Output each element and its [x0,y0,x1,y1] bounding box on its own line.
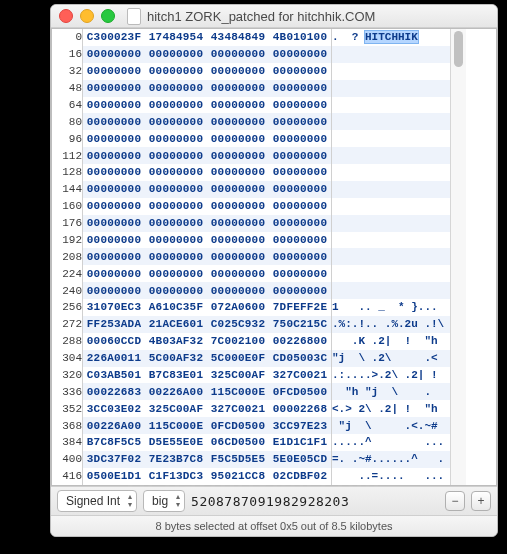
hex-cell[interactable]: 7DFEFF2E [269,299,332,316]
hex-cell[interactable]: 00000000 [83,282,146,299]
hex-cell[interactable]: 31070EC3 [83,299,146,316]
hex-cell[interactable]: 7E23B7C8 [145,451,207,468]
table-row[interactable]: 24000000000000000000000000000000000 [52,282,450,299]
hex-cell[interactable]: B7C83E01 [145,367,207,384]
ascii-cell[interactable] [332,232,451,249]
selection-highlight[interactable]: HITCHHIK [365,31,418,43]
table-row[interactable]: 1600000000000000000000000000000000 [52,46,450,63]
hex-cell[interactable]: 0FCD0500 [269,383,332,400]
table-row[interactable]: 4003DC37F027E23B7C8F5C5D5E55E0E05CD=. .~… [52,451,450,468]
hex-cell[interactable]: 4B010100 [269,29,332,46]
ascii-cell[interactable]: "h "j \ . [332,383,451,400]
hex-cell[interactable]: A610C35F [145,299,207,316]
hex-cell[interactable]: 325C00AF [207,367,269,384]
hex-cell[interactable]: 00000000 [269,265,332,282]
table-row[interactable]: 28800060CCD4B03AF327C00210000226800 .K .… [52,333,450,350]
hex-cell[interactable]: 3CC03E02 [83,400,146,417]
hex-cell[interactable]: 00000000 [207,282,269,299]
ascii-cell[interactable]: "j \ .<.~# [332,417,451,434]
hex-cell[interactable]: 00000000 [269,215,332,232]
hex-cell[interactable]: 00000000 [83,198,146,215]
hex-cell[interactable]: CD05003C [269,350,332,367]
hex-table[interactable]: 0C300023F17484954434848494B010100. ? HIT… [52,29,450,485]
ascii-cell[interactable] [332,164,451,181]
hex-cell[interactable]: 00000000 [145,248,207,265]
endian-select[interactable]: big ▴▾ [143,490,185,512]
hex-cell[interactable]: 43484849 [207,29,269,46]
hex-cell[interactable]: B7C8F5C5 [83,434,146,451]
hex-cell[interactable]: 00022683 [83,383,146,400]
hex-cell[interactable]: 00000000 [269,130,332,147]
table-row[interactable]: 25631070EC3A610C35F072A06007DFEFF2E1 .. … [52,299,450,316]
table-row[interactable]: 4800000000000000000000000000000000 [52,80,450,97]
hex-cell[interactable]: 00000000 [83,232,146,249]
hex-cell[interactable]: 00000000 [207,63,269,80]
hex-cell[interactable]: 00000000 [269,181,332,198]
hex-cell[interactable]: 4B03AF32 [145,333,207,350]
scrollbar-thumb[interactable] [454,31,463,67]
hex-cell[interactable]: 00000000 [207,147,269,164]
hex-cell[interactable]: 00000000 [145,282,207,299]
hex-cell[interactable]: 00000000 [269,97,332,114]
hex-cell[interactable]: D5E55E0E [145,434,207,451]
hex-cell[interactable]: 750C215C [269,316,332,333]
hex-cell[interactable]: 00000000 [145,97,207,114]
ascii-cell[interactable]: ..=.... ... [332,468,451,485]
ascii-cell[interactable]: =. .~#......^ . [332,451,451,468]
hex-cell[interactable]: 7C002100 [207,333,269,350]
table-row[interactable]: 384B7C8F5C5D5E55E0E06CD0500E1D1C1F1.....… [52,434,450,451]
hex-cell[interactable]: 00000000 [83,80,146,97]
ascii-cell[interactable]: <.> 2\ .2| ! "h [332,400,451,417]
hex-cell[interactable]: 0FCD0500 [207,417,269,434]
table-row[interactable]: 22400000000000000000000000000000000 [52,265,450,282]
zoom-button[interactable] [101,9,115,23]
ascii-cell[interactable] [332,181,451,198]
hex-cell[interactable]: 00000000 [207,248,269,265]
hex-cell[interactable]: 072A0600 [207,299,269,316]
hex-cell[interactable]: 00000000 [145,147,207,164]
hex-cell[interactable]: 00000000 [83,97,146,114]
hex-cell[interactable]: 00000000 [83,248,146,265]
hex-cell[interactable]: 00000000 [83,147,146,164]
hex-cell[interactable]: 5E0E05CD [269,451,332,468]
hex-cell[interactable]: 00000000 [269,80,332,97]
hex-cell[interactable]: 00000000 [83,63,146,80]
hex-cell[interactable]: C300023F [83,29,146,46]
hex-cell[interactable]: 00000000 [207,215,269,232]
hex-cell[interactable]: 5C00AF32 [145,350,207,367]
hex-cell[interactable]: C025C932 [207,316,269,333]
hex-cell[interactable]: 327C0021 [207,400,269,417]
hex-cell[interactable]: 3CC97E23 [269,417,332,434]
table-row[interactable]: 11200000000000000000000000000000000 [52,147,450,164]
hex-cell[interactable]: C1F13DC3 [145,468,207,485]
table-row[interactable]: 3360002268300226A00115C000E0FCD0500 "h "… [52,383,450,400]
ascii-cell[interactable]: 1 .. _ * }... [332,299,451,316]
format-select[interactable]: Signed Int ▴▾ [57,490,137,512]
hex-cell[interactable]: E1D1C1F1 [269,434,332,451]
hex-cell[interactable]: 00000000 [83,181,146,198]
table-row[interactable]: 14400000000000000000000000000000000 [52,181,450,198]
hex-cell[interactable]: 00000000 [207,46,269,63]
ascii-cell[interactable]: .%:.!.. .%.2u .!\ [332,316,451,333]
hex-cell[interactable]: 02CDBF02 [269,468,332,485]
hex-cell[interactable]: 00000000 [207,97,269,114]
hex-cell[interactable]: 00000000 [207,181,269,198]
hex-cell[interactable]: 00000000 [145,215,207,232]
table-row[interactable]: 304226A00115C00AF325C000E0FCD05003C"j \ … [52,350,450,367]
hex-cell[interactable]: 00000000 [145,164,207,181]
hex-cell[interactable]: 00000000 [145,63,207,80]
hex-cell[interactable]: 00000000 [207,113,269,130]
table-row[interactable]: 272FF253ADA21ACE601C025C932750C215C.%:.!… [52,316,450,333]
hex-cell[interactable]: 325C00AF [145,400,207,417]
hex-cell[interactable]: 95021CC8 [207,468,269,485]
ascii-cell[interactable]: "j \ .2\ .< [332,350,451,367]
ascii-cell[interactable]: . ? HITCHHIK [332,29,451,46]
ascii-cell[interactable] [332,215,451,232]
hex-cell[interactable]: 00000000 [269,113,332,130]
table-row[interactable]: 9600000000000000000000000000000000 [52,130,450,147]
hex-cell[interactable]: 00000000 [269,147,332,164]
hex-cell[interactable]: 0500E1D1 [83,468,146,485]
table-row[interactable]: 0C300023F17484954434848494B010100. ? HIT… [52,29,450,46]
ascii-cell[interactable] [332,198,451,215]
hex-cell[interactable]: 00226A00 [145,383,207,400]
